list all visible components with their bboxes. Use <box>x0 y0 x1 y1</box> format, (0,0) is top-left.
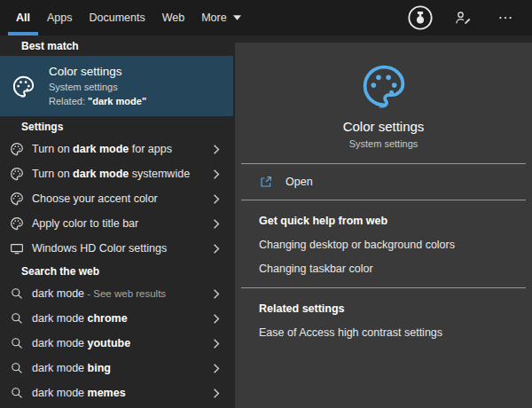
palette-icon <box>10 167 24 181</box>
more-options-icon[interactable] <box>491 4 520 32</box>
chevron-right-icon <box>213 144 220 155</box>
chevron-right-icon <box>213 388 220 399</box>
web-item-dark-mode-bing[interactable]: dark mode bing <box>0 356 233 381</box>
palette-icon <box>12 75 35 98</box>
chevron-right-icon <box>213 338 220 349</box>
search-icon <box>10 311 24 326</box>
preview-subtitle: System settings <box>349 138 419 149</box>
chevron-right-icon <box>213 363 220 374</box>
settings-item-label: Windows HD Color settings <box>32 242 167 255</box>
preview-pane: Color settings System settings Open Get … <box>235 43 532 408</box>
settings-item-title-bar-color[interactable]: Apply color to title bar <box>0 211 233 236</box>
search-icon <box>10 386 24 400</box>
display-icon <box>10 241 24 255</box>
related-prefix: Related: <box>49 96 88 106</box>
tab-apps[interactable]: Apps <box>47 0 73 35</box>
launch-icon <box>259 175 273 189</box>
search-icon <box>10 361 24 375</box>
web-item-label: dark mode chrome <box>32 312 128 325</box>
tab-documents[interactable]: Documents <box>89 0 145 35</box>
settings-item-label: Turn on dark mode for apps <box>32 143 172 155</box>
web-item-dark-mode-youtube[interactable]: dark mode youtube <box>0 331 233 356</box>
preview-hero: Color settings System settings <box>235 43 532 163</box>
settings-item-label: Turn on dark mode systemwide <box>32 168 190 180</box>
palette-icon <box>10 142 24 156</box>
chevron-right-icon <box>213 169 220 180</box>
chevron-down-icon <box>233 15 241 20</box>
settings-item-dark-mode-systemwide[interactable]: Turn on dark mode systemwide <box>0 161 233 186</box>
web-item-dark-mode-chrome[interactable]: dark mode chrome <box>0 306 233 331</box>
section-header-settings: Settings <box>0 116 233 137</box>
quick-help-section: Get quick help from web Changing desktop… <box>235 200 532 287</box>
palette-icon <box>10 216 24 231</box>
best-match-subtitle: System settings <box>49 82 146 93</box>
chevron-right-icon <box>213 243 220 255</box>
web-item-label: dark mode - See web results <box>32 287 166 300</box>
search-icon <box>10 286 24 301</box>
settings-item-dark-mode-apps[interactable]: Turn on dark mode for apps <box>0 137 233 161</box>
chevron-right-icon <box>213 288 220 300</box>
tab-more[interactable]: More <box>201 0 240 35</box>
related-settings-header: Related settings <box>259 302 523 315</box>
related-link-high-contrast[interactable]: Ease of Access high contrast settings <box>259 326 523 339</box>
feedback-icon[interactable] <box>449 4 477 32</box>
topbar-actions <box>406 0 520 35</box>
quick-help-header: Get quick help from web <box>259 215 523 227</box>
chevron-right-icon <box>213 193 220 205</box>
settings-item-label: Apply color to title bar <box>32 217 138 230</box>
open-action-label: Open <box>286 176 313 188</box>
settings-item-accent-color[interactable]: Choose your accent color <box>0 186 233 211</box>
best-match-title: Color settings <box>49 65 146 79</box>
tab-web[interactable]: Web <box>162 0 184 35</box>
related-settings-section: Related settings Ease of Access high con… <box>235 288 532 351</box>
search-icon <box>10 336 24 350</box>
best-match-result[interactable]: Color settings System settings Related: … <box>0 56 233 116</box>
web-item-label: dark mode memes <box>32 387 126 399</box>
tab-more-label: More <box>201 0 226 35</box>
best-match-texts: Color settings System settings Related: … <box>49 65 146 107</box>
settings-item-hd-color[interactable]: Windows HD Color settings <box>0 236 233 261</box>
windows-search-flyout: All Apps Documents Web More <box>0 0 532 408</box>
chevron-right-icon <box>213 218 220 230</box>
web-item-dark-mode[interactable]: dark mode - See web results <box>0 281 233 306</box>
web-item-label: dark mode bing <box>32 362 111 374</box>
help-link-taskbar-color[interactable]: Changing taskbar color <box>259 263 523 275</box>
help-link-desktop-colors[interactable]: Changing desktop or background colors <box>259 239 523 251</box>
palette-icon <box>360 62 408 110</box>
settings-item-label: Choose your accent color <box>32 192 158 205</box>
best-match-related: Related: "dark mode" <box>49 96 146 107</box>
results-list: Best match Color settings System setting… <box>0 35 233 408</box>
preview-title: Color settings <box>343 119 425 134</box>
section-header-search-web: Search the web <box>0 261 233 281</box>
tab-all[interactable]: All <box>16 0 30 35</box>
palette-icon <box>10 192 24 206</box>
avatar-icon[interactable] <box>406 4 434 32</box>
chevron-right-icon <box>213 313 220 325</box>
web-item-dark-mode-memes[interactable]: dark mode memes <box>0 381 233 405</box>
search-filter-tabbar: All Apps Documents Web More <box>0 0 532 35</box>
open-action[interactable]: Open <box>235 164 532 200</box>
web-item-label: dark mode youtube <box>32 337 130 349</box>
section-header-best-match: Best match <box>0 35 233 56</box>
related-term: "dark mode" <box>88 96 146 106</box>
